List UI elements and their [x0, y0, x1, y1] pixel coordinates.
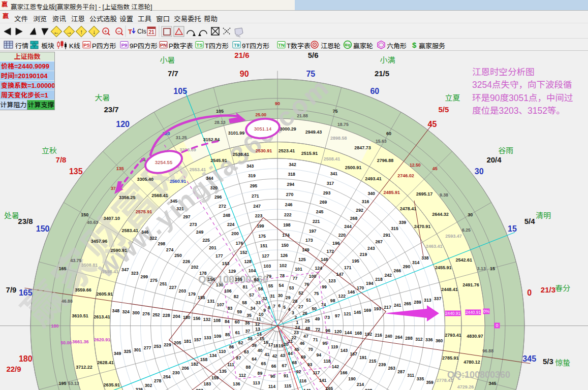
svg-text:7/8: 7/8	[56, 155, 67, 164]
svg-text:242: 242	[384, 273, 392, 278]
svg-text:81: 81	[243, 284, 248, 289]
svg-text:147: 147	[336, 272, 344, 277]
svg-text:111: 111	[227, 362, 234, 367]
svg-text:293: 293	[323, 190, 331, 196]
svg-text:291: 291	[383, 233, 391, 238]
svg-text:TS: TS	[196, 42, 202, 48]
svg-text:23/8: 23/8	[18, 217, 33, 225]
svg-text:195: 195	[352, 258, 359, 264]
svg-text:302: 302	[145, 383, 152, 388]
svg-text:312: 312	[415, 337, 423, 342]
svg-text:3101.99: 3101.99	[228, 131, 245, 136]
svg-text:53.13: 53.13	[68, 381, 79, 386]
svg-text:79: 79	[266, 274, 271, 279]
svg-text:64: 64	[252, 356, 257, 362]
svg-text:34: 34	[251, 306, 256, 311]
svg-text:51: 51	[306, 298, 311, 303]
svg-text:107: 107	[217, 302, 225, 307]
svg-text:56: 56	[258, 286, 263, 291]
svg-text:202: 202	[191, 265, 199, 270]
svg-text:74: 74	[321, 302, 326, 307]
svg-text:129: 129	[229, 269, 236, 274]
svg-text:6: 6	[278, 303, 281, 308]
svg-text:2695.17: 2695.17	[416, 191, 433, 197]
svg-text:316: 316	[362, 199, 369, 204]
svg-text:175: 175	[258, 234, 266, 239]
svg-text:43.75: 43.75	[71, 258, 82, 263]
svg-text:Big: Big	[345, 43, 350, 47]
svg-text:166: 166	[340, 370, 348, 375]
svg-text:3305.40: 3305.40	[137, 177, 153, 182]
svg-text:45: 45	[428, 120, 437, 128]
svg-text:28: 28	[293, 299, 298, 304]
svg-text:2583.41: 2583.41	[122, 228, 139, 233]
svg-text:36: 36	[245, 320, 250, 326]
svg-text:245: 245	[316, 209, 324, 214]
svg-text:68: 68	[292, 360, 297, 365]
svg-text:294: 294	[287, 182, 295, 187]
svg-text:2542.61: 2542.61	[455, 257, 472, 263]
svg-text:154: 154	[207, 277, 215, 282]
svg-text:+: +	[104, 29, 107, 34]
svg-text:52: 52	[298, 290, 303, 296]
svg-text:2508.41: 2508.41	[324, 156, 341, 161]
svg-text:337: 337	[434, 296, 442, 301]
svg-text:24: 24	[295, 325, 300, 330]
svg-text:324: 324	[122, 309, 130, 314]
svg-text:131: 131	[207, 299, 215, 304]
svg-text:3254点失守，向下波段循: 3254点失守，向下波段循	[472, 80, 572, 90]
svg-text:40.63: 40.63	[87, 220, 98, 225]
svg-text:9: 9	[263, 308, 266, 313]
svg-text:87: 87	[236, 355, 241, 361]
svg-text:2448.41: 2448.41	[441, 287, 458, 292]
svg-text:2746.02: 2746.02	[397, 173, 414, 178]
svg-text:2568.41: 2568.41	[151, 193, 168, 198]
svg-text:104: 104	[249, 268, 256, 273]
svg-text:3.13: 3.13	[477, 266, 486, 271]
svg-text:120: 120	[334, 329, 342, 334]
svg-text:85: 85	[225, 332, 230, 337]
svg-text:113: 113	[253, 380, 260, 385]
svg-text:←: ←	[53, 28, 59, 36]
svg-text:95: 95	[323, 341, 328, 346]
svg-text:348: 348	[112, 308, 120, 313]
svg-text:165: 165	[58, 266, 66, 271]
svg-text:338: 338	[421, 255, 429, 261]
svg-text:346: 346	[141, 230, 149, 235]
svg-text:165: 165	[326, 386, 333, 390]
svg-text:15.63: 15.63	[376, 139, 387, 144]
svg-text:179: 179	[188, 291, 196, 297]
svg-text:立夏: 立夏	[445, 93, 460, 102]
svg-text:321: 321	[176, 206, 184, 211]
svg-text:214: 214	[357, 382, 364, 387]
svg-text:环是90度3051点，中间过: 环是90度3051点，中间过	[472, 93, 573, 103]
svg-text:春分: 春分	[555, 284, 570, 292]
svg-text:153: 153	[222, 261, 230, 266]
svg-text:13: 13	[255, 327, 260, 332]
svg-text:194: 194	[366, 281, 374, 286]
svg-text:360: 360	[436, 338, 443, 343]
svg-text:0: 0	[527, 288, 532, 297]
svg-text:134: 134	[209, 353, 217, 358]
svg-text:98: 98	[330, 298, 335, 303]
svg-text:33: 33	[256, 300, 261, 305]
svg-text:135: 135	[116, 166, 124, 171]
svg-text:118: 118	[324, 359, 331, 364]
svg-text:62: 62	[238, 340, 243, 345]
svg-text:122: 122	[338, 294, 346, 299]
svg-text:319: 319	[248, 173, 256, 178]
svg-text:288: 288	[405, 336, 413, 341]
svg-text:3559.66: 3559.66	[75, 287, 91, 292]
svg-text:207: 207	[196, 388, 203, 390]
svg-text:55: 55	[268, 283, 273, 288]
svg-text:2485.91: 2485.91	[383, 190, 400, 195]
svg-text:度位是3203、3152等。: 度位是3203、3152等。	[472, 106, 565, 116]
svg-text:2593.47: 2593.47	[445, 234, 462, 239]
svg-text:3712.22: 3712.22	[76, 365, 92, 370]
svg-text:192: 192	[365, 332, 373, 337]
svg-text:99: 99	[322, 284, 327, 289]
svg-text:谷雨: 谷雨	[498, 146, 513, 155]
svg-text:50.00: 50.00	[60, 340, 72, 345]
svg-text:289: 289	[414, 300, 421, 305]
svg-text:126: 126	[281, 253, 288, 258]
